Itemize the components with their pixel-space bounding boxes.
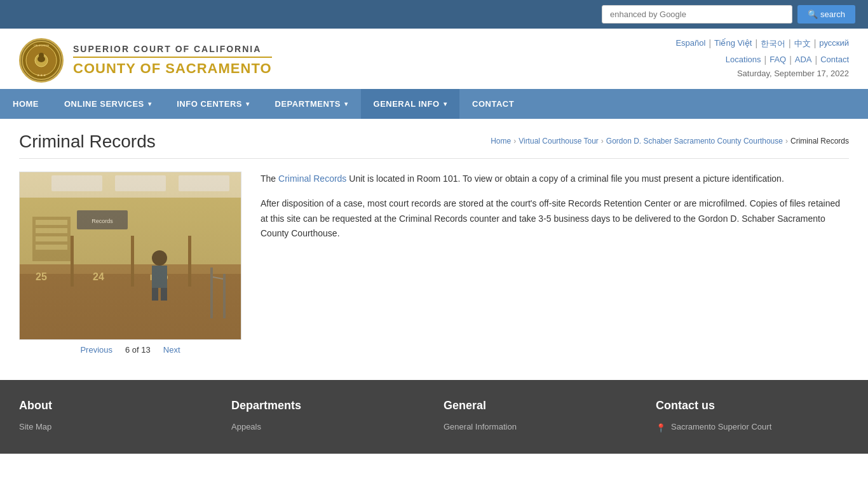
lang-es[interactable]: Español bbox=[675, 38, 705, 50]
image-count: 6 of 13 bbox=[125, 345, 151, 355]
nav-info-centers[interactable]: INFO CENTERS ▾ bbox=[164, 89, 262, 119]
svg-text:★ ★ ★: ★ ★ ★ bbox=[37, 73, 47, 77]
svg-rect-14 bbox=[20, 264, 241, 274]
location-pin-icon: 📍 bbox=[656, 423, 666, 433]
logo-section: ★ ★ ★ CALIFORNIA SUPERIOR COURT OF CALIF… bbox=[19, 38, 272, 83]
footer-contact-heading: Contact us bbox=[656, 399, 849, 412]
svg-rect-30 bbox=[32, 217, 71, 261]
footer-general-info-link[interactable]: General Information bbox=[444, 422, 637, 431]
footer-about-heading: About bbox=[19, 399, 212, 412]
svg-rect-27 bbox=[210, 268, 213, 318]
faq-link[interactable]: FAQ bbox=[770, 55, 786, 65]
svg-rect-21 bbox=[77, 210, 128, 229]
next-image-link[interactable]: Next bbox=[163, 345, 180, 355]
breadcrumb: Home › Virtual Courthouse Tour › Gordon … bbox=[491, 132, 849, 146]
lang-vi[interactable]: Tiếng Việt bbox=[714, 38, 752, 50]
svg-rect-15 bbox=[71, 236, 74, 287]
footer-court-name: Sacramento Superior Court bbox=[671, 422, 771, 431]
svg-rect-13 bbox=[20, 268, 241, 340]
header: ★ ★ ★ CALIFORNIA SUPERIOR COURT OF CALIF… bbox=[0, 29, 868, 89]
svg-rect-25 bbox=[152, 288, 158, 301]
utility-links: Locations | FAQ | ADA | Contact bbox=[675, 55, 849, 65]
court-seal: ★ ★ ★ CALIFORNIA bbox=[19, 38, 64, 83]
contact-link[interactable]: Contact bbox=[820, 55, 849, 65]
text-content: The Criminal Records Unit is located in … bbox=[261, 172, 849, 251]
paragraph-1: The Criminal Records Unit is located in … bbox=[261, 172, 849, 187]
svg-rect-11 bbox=[115, 175, 166, 191]
footer-appeals-link[interactable]: Appeals bbox=[231, 422, 424, 431]
lang-zh[interactable]: 中文 bbox=[794, 38, 811, 50]
image-counter: Previous 6 of 13 Next bbox=[19, 345, 241, 355]
ada-link[interactable]: ADA bbox=[795, 55, 812, 65]
date-display: Saturday, September 17, 2022 bbox=[675, 69, 849, 78]
image-section: 25 24 INFO Records bbox=[19, 172, 241, 355]
footer-general-heading: General bbox=[444, 399, 637, 412]
breadcrumb-virtual-tour[interactable]: Virtual Courthouse Tour bbox=[519, 137, 599, 146]
svg-rect-17 bbox=[188, 236, 191, 287]
svg-rect-7 bbox=[20, 172, 241, 340]
search-input[interactable] bbox=[602, 5, 792, 24]
svg-text:25: 25 bbox=[36, 271, 47, 282]
svg-text:INFO: INFO bbox=[150, 273, 168, 282]
svg-rect-8 bbox=[20, 198, 241, 312]
svg-text:24: 24 bbox=[93, 271, 104, 282]
locations-link[interactable]: Locations bbox=[726, 55, 761, 65]
svg-point-4 bbox=[39, 53, 44, 58]
breadcrumb-home[interactable]: Home bbox=[491, 137, 511, 146]
main-navigation: HOME ONLINE SERVICES ▾ INFO CENTERS ▾ DE… bbox=[0, 89, 868, 119]
dropdown-arrow-departments: ▾ bbox=[344, 100, 348, 107]
svg-rect-34 bbox=[36, 245, 67, 250]
nav-departments[interactable]: DEPARTMENTS ▾ bbox=[262, 89, 361, 119]
svg-rect-28 bbox=[223, 274, 226, 318]
header-right: Español | Tiếng Việt | 한국어 | 中文 | русски… bbox=[675, 38, 849, 78]
nav-online-services[interactable]: ONLINE SERVICES ▾ bbox=[51, 89, 164, 119]
lang-ru[interactable]: русский bbox=[819, 38, 849, 50]
footer-sitemap-link[interactable]: Site Map bbox=[19, 422, 212, 431]
page-title: Criminal Records bbox=[19, 132, 156, 152]
svg-rect-26 bbox=[161, 288, 167, 301]
search-button[interactable]: search bbox=[797, 5, 855, 24]
main-content: 25 24 INFO Records bbox=[0, 159, 868, 380]
svg-text:Records: Records bbox=[92, 218, 113, 224]
dropdown-arrow-online-services: ▾ bbox=[148, 100, 152, 107]
footer-general: General General Information bbox=[444, 399, 637, 435]
dropdown-arrow-info-centers: ▾ bbox=[246, 100, 250, 107]
nav-general-info[interactable]: GENERAL INFO ▾ bbox=[361, 89, 460, 119]
svg-rect-33 bbox=[36, 236, 67, 241]
previous-image-link[interactable]: Previous bbox=[80, 345, 112, 355]
breadcrumb-courthouse[interactable]: Gordon D. Schaber Sacramento County Cour… bbox=[606, 137, 783, 146]
svg-rect-31 bbox=[36, 220, 67, 225]
page-header-section: Criminal Records Home › Virtual Courthou… bbox=[0, 119, 868, 158]
footer-departments: Departments Appeals bbox=[231, 399, 424, 435]
footer-contact: Contact us 📍 Sacramento Superior Court bbox=[656, 399, 849, 435]
footer-address: 📍 Sacramento Superior Court bbox=[656, 422, 849, 433]
svg-rect-10 bbox=[51, 175, 102, 191]
breadcrumb-current: Criminal Records bbox=[790, 137, 849, 146]
footer-about: About Site Map bbox=[19, 399, 212, 435]
svg-rect-12 bbox=[179, 175, 229, 191]
nav-contact[interactable]: CONTACT bbox=[459, 89, 527, 119]
court-title: SUPERIOR COURT OF CALIFORNIA COUNTY OF S… bbox=[73, 44, 272, 77]
svg-point-23 bbox=[152, 250, 167, 266]
svg-line-29 bbox=[213, 277, 223, 279]
search-container: search bbox=[602, 5, 855, 24]
records-office-image: 25 24 INFO Records bbox=[19, 172, 241, 340]
svg-text:CALIFORNIA: CALIFORNIA bbox=[34, 44, 49, 47]
footer-departments-heading: Departments bbox=[231, 399, 424, 412]
nav-home[interactable]: HOME bbox=[0, 89, 51, 119]
top-bar: search bbox=[0, 0, 868, 29]
svg-rect-16 bbox=[131, 236, 134, 287]
svg-rect-24 bbox=[152, 266, 167, 288]
language-links: Español | Tiếng Việt | 한국어 | 中文 | русски… bbox=[675, 38, 849, 50]
svg-rect-32 bbox=[36, 228, 67, 233]
court-name-bottom: COUNTY OF SACRAMENTO bbox=[73, 57, 272, 77]
lang-ko[interactable]: 한국어 bbox=[761, 38, 785, 50]
paragraph-2: After disposition of a case, most court … bbox=[261, 196, 849, 241]
site-footer: About Site Map Departments Appeals Gener… bbox=[0, 380, 868, 454]
criminal-records-link[interactable]: Criminal Records bbox=[278, 173, 346, 184]
dropdown-arrow-general-info: ▾ bbox=[444, 100, 447, 107]
svg-rect-9 bbox=[20, 172, 241, 198]
court-name-top: SUPERIOR COURT OF CALIFORNIA bbox=[73, 44, 272, 54]
